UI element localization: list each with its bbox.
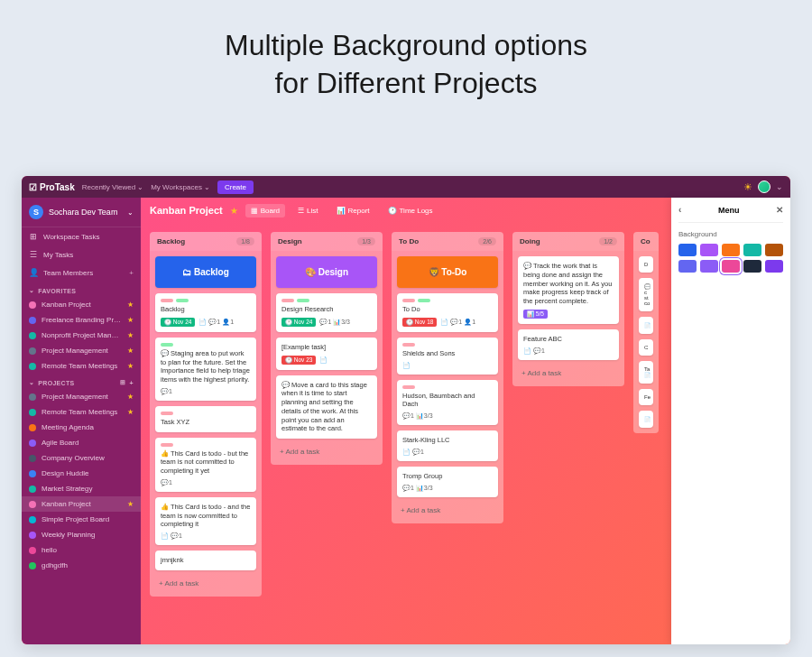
background-swatch[interactable] <box>743 260 761 273</box>
view-report-button[interactable]: 📊Report <box>331 204 375 217</box>
background-swatch[interactable] <box>678 260 697 273</box>
my-workspaces-menu[interactable]: My Workspaces⌄ <box>151 183 210 191</box>
task-card[interactable]: 💬 Track the work that is being done and … <box>518 256 619 324</box>
column-name: Doing <box>520 237 540 245</box>
sidebar-project-item[interactable]: Remote Team Meetings★ <box>22 404 141 420</box>
plus-icon[interactable]: + <box>130 380 134 386</box>
sidebar-project-item[interactable]: Meeting Agenda <box>22 420 141 435</box>
sidebar-favorite-item[interactable]: Project Management★ <box>22 343 141 358</box>
task-card[interactable]: 💬 c st co <box>639 278 653 311</box>
sidebar-project-item[interactable]: Agile Board <box>22 435 141 450</box>
task-card[interactable]: Design Research🕐 Nov 24💬1 📊3/3 <box>276 293 377 332</box>
back-button[interactable]: ‹ <box>678 205 681 215</box>
task-card[interactable]: C <box>639 339 653 356</box>
plus-icon[interactable]: + <box>129 269 134 277</box>
task-card[interactable]: 💬 Staging area to put work to plan for t… <box>155 338 256 401</box>
sidebar-project-item[interactable]: gdhgdfh <box>22 558 141 573</box>
star-icon[interactable]: ★ <box>127 408 134 416</box>
recently-viewed-menu[interactable]: Recently Viewed⌄ <box>82 183 143 191</box>
sidebar-project-item[interactable]: Market Strategy <box>22 481 141 496</box>
sidebar-favorite-item[interactable]: Freelance Branding Project★ <box>22 312 141 328</box>
task-card[interactable]: Tromp Group💬1 📊3/3 <box>397 467 498 497</box>
column-hero-card[interactable]: 🦁 To-Do <box>397 256 498 288</box>
sidebar-project-item[interactable]: Project Management★ <box>22 389 141 404</box>
view-timelogs-button[interactable]: 🕐Time Logs <box>383 204 438 217</box>
sidebar-favorite-item[interactable]: Kanban Project★ <box>22 297 141 312</box>
task-card[interactable]: 👍 This Card is todo - and the team is no… <box>155 497 256 545</box>
column-header[interactable]: To Do2/6 <box>392 232 503 251</box>
task-card[interactable]: Stark-Kling LLC📄 💬1 <box>397 430 498 461</box>
sun-icon[interactable]: ☀ <box>743 181 752 193</box>
task-card[interactable]: 📄 <box>639 317 653 334</box>
task-card[interactable]: 👍 This Card is todo - but the team is no… <box>155 438 256 492</box>
grid-icon[interactable]: ⊞ <box>120 379 125 386</box>
sidebar-project-item[interactable]: Company Overview <box>22 450 141 466</box>
board-column-partial: CoD💬 c st co📄CTa 📄Fe📄 <box>633 232 659 635</box>
project-name: Remote Team Meetings <box>42 408 122 416</box>
star-icon[interactable]: ★ <box>230 206 238 216</box>
card-meta: 📄 <box>319 356 328 364</box>
task-card[interactable]: Feature ABC📄 💬1 <box>518 329 619 360</box>
column-header[interactable]: Doing1/2 <box>512 232 624 251</box>
task-card[interactable]: To Do🕐 Nov 18📄 💬1 👤1 <box>397 293 498 332</box>
menu-panel: ‹ Menu ✕ Background <box>671 198 790 644</box>
task-card[interactable]: 💬 Move a card to this stage when it is t… <box>276 375 377 440</box>
task-card[interactable]: 📄 <box>639 411 653 428</box>
star-icon[interactable]: ★ <box>127 393 134 401</box>
nav-workspace-tasks[interactable]: ⊞Workspace Tasks <box>22 227 141 245</box>
star-icon[interactable]: ★ <box>127 500 134 508</box>
task-card[interactable]: Fe <box>639 389 653 405</box>
column-header[interactable]: Co <box>633 232 659 251</box>
background-swatch[interactable] <box>700 244 718 256</box>
background-swatch[interactable] <box>765 244 783 256</box>
close-icon[interactable]: ✕ <box>776 205 783 215</box>
project-color-dot <box>29 547 36 554</box>
add-task-button[interactable]: + Add a task <box>155 576 256 591</box>
sidebar-project-item[interactable]: Design Huddle <box>22 466 141 481</box>
column-header[interactable]: Backlog1/8 <box>150 232 262 251</box>
create-button[interactable]: Create <box>217 180 254 194</box>
add-task-button[interactable]: + Add a task <box>518 366 619 381</box>
background-swatch[interactable] <box>743 244 761 256</box>
star-icon[interactable]: ★ <box>127 316 134 324</box>
view-list-button[interactable]: ☰List <box>292 204 323 217</box>
sidebar-project-item[interactable]: Simple Project Board <box>22 512 141 527</box>
team-header[interactable]: S Sochara Dev Team ⌄ <box>22 198 141 227</box>
add-task-button[interactable]: + Add a task <box>276 444 377 459</box>
task-card[interactable]: [Example task]🕐 Nov 23📄 <box>276 338 377 370</box>
card-tag <box>161 443 173 447</box>
column-header[interactable]: Design1/3 <box>271 232 383 251</box>
background-swatch[interactable] <box>700 260 718 273</box>
column-hero-card[interactable]: 🎨 Design <box>276 256 377 288</box>
logo[interactable]: ProTask <box>29 182 75 192</box>
star-icon[interactable]: ★ <box>127 347 134 355</box>
task-card[interactable]: D <box>639 256 653 273</box>
task-card[interactable]: Ta 📄 <box>639 361 653 384</box>
sidebar-project-item[interactable]: hello <box>22 542 141 558</box>
task-card[interactable]: Task XYZ <box>155 406 256 432</box>
background-swatch[interactable] <box>678 244 697 256</box>
task-card[interactable]: Hudson, Baumbach and Dach💬1 📊3/3 <box>397 380 498 426</box>
task-card[interactable]: Backlog🕐 Nov 24📄 💬1 👤1 <box>155 293 256 332</box>
topbar: ProTask Recently Viewed⌄ My Workspaces⌄ … <box>22 176 790 198</box>
favorites-header[interactable]: ⌄FAVORITES <box>22 282 141 297</box>
column-hero-card[interactable]: 🗂 Backlog <box>155 256 256 288</box>
sidebar-favorite-item[interactable]: Remote Team Meetings★ <box>22 358 141 374</box>
background-swatch[interactable] <box>722 260 740 273</box>
view-board-button[interactable]: ▦Board <box>245 204 285 217</box>
sidebar-project-item[interactable]: Kanban Project★ <box>22 496 141 512</box>
projects-header[interactable]: ⌄PROJECTS⊞+ <box>22 374 141 389</box>
nav-team-members[interactable]: 👤Team Members+ <box>22 264 141 282</box>
star-icon[interactable]: ★ <box>127 362 134 370</box>
task-card[interactable]: jmnjknk <box>155 551 256 570</box>
add-task-button[interactable]: + Add a task <box>397 503 498 518</box>
background-swatch[interactable] <box>765 260 783 273</box>
sidebar-project-item[interactable]: Weekly Planning <box>22 527 141 542</box>
user-avatar[interactable] <box>758 180 770 193</box>
sidebar-favorite-item[interactable]: Nonprofit Project Manager★ <box>22 328 141 343</box>
star-icon[interactable]: ★ <box>127 301 134 309</box>
star-icon[interactable]: ★ <box>127 331 134 339</box>
nav-my-tasks[interactable]: ☰My Tasks <box>22 245 141 264</box>
task-card[interactable]: Shields and Sons📄 <box>397 338 498 375</box>
background-swatch[interactable] <box>722 244 740 256</box>
